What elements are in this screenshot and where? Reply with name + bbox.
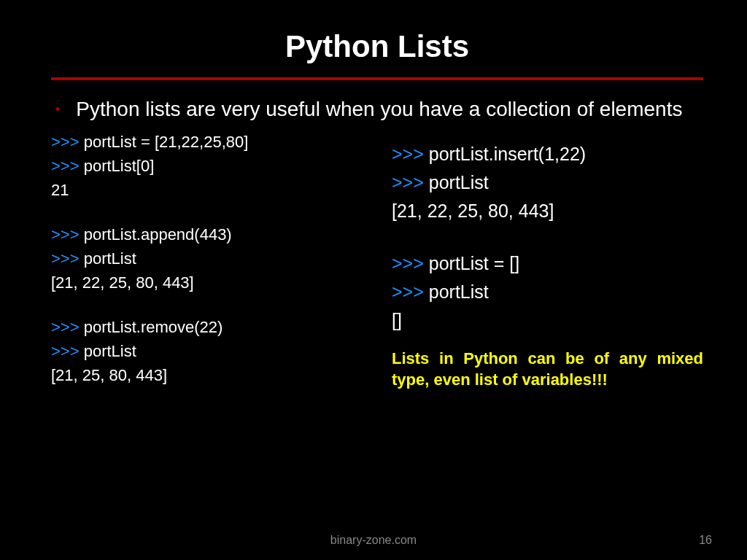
prompt-icon: >>>	[392, 281, 424, 302]
code-text: portList.append(443)	[84, 225, 232, 244]
code-line: >>> portList.remove(22)	[51, 315, 363, 339]
prompt-icon: >>>	[392, 144, 424, 164]
code-output: [21, 25, 80, 443]	[51, 363, 363, 387]
prompt-icon: >>>	[51, 249, 80, 268]
code-text: portList = [21,22,25,80]	[84, 133, 249, 151]
prompt-icon: >>>	[51, 157, 80, 175]
code-text: portList.insert(1,22)	[429, 144, 586, 164]
code-text: portList	[84, 249, 136, 268]
spacer	[51, 295, 363, 315]
code-text: portList	[429, 172, 489, 192]
slide-title: Python Lists	[51, 29, 703, 64]
title-divider	[51, 77, 703, 80]
code-output: [21, 22, 25, 80, 443]	[51, 271, 363, 295]
bullet-marker: •	[55, 96, 60, 122]
code-line: >>> portList = [21,22,25,80]	[51, 130, 363, 154]
bullet-item: • Python lists are very useful when you …	[51, 96, 703, 122]
code-output: [21, 22, 25, 80, 443]	[392, 197, 703, 225]
right-column: >>> portList.insert(1,22) >>> portList […	[392, 130, 703, 391]
code-text: portList	[429, 281, 489, 302]
prompt-icon: >>>	[392, 172, 424, 192]
spacer	[392, 225, 703, 249]
code-columns: >>> portList = [21,22,25,80] >>> portLis…	[51, 130, 703, 391]
spacer	[51, 202, 363, 222]
code-text: portList[0]	[84, 157, 155, 175]
code-text: portList	[84, 342, 136, 360]
bullet-text: Python lists are very useful when you ha…	[76, 96, 682, 122]
code-line: >>> portList	[392, 278, 703, 306]
code-output: 21	[51, 178, 363, 202]
prompt-icon: >>>	[51, 342, 80, 360]
prompt-icon: >>>	[51, 318, 80, 336]
code-line: >>> portList	[51, 246, 363, 271]
code-line: >>> portList.append(443)	[51, 222, 363, 246]
prompt-icon: >>>	[392, 253, 424, 273]
footer-site: binary-zone.com	[330, 534, 417, 547]
code-text: portList = []	[429, 253, 519, 273]
prompt-icon: >>>	[51, 133, 80, 151]
code-text: portList.remove(22)	[84, 318, 223, 336]
slide: Python Lists • Python lists are very use…	[0, 0, 747, 560]
footer-page-number: 16	[699, 534, 712, 547]
code-line: >>> portList	[51, 339, 363, 363]
code-output: []	[392, 306, 703, 335]
code-line: >>> portList[0]	[51, 154, 363, 178]
left-column: >>> portList = [21,22,25,80] >>> portLis…	[51, 130, 363, 391]
prompt-icon: >>>	[51, 225, 80, 244]
note-text: Lists in Python can be of any mixed type…	[392, 348, 703, 391]
code-line: >>> portList.insert(1,22)	[392, 140, 703, 168]
code-line: >>> portList = []	[392, 249, 703, 278]
code-line: >>> portList	[392, 168, 703, 197]
